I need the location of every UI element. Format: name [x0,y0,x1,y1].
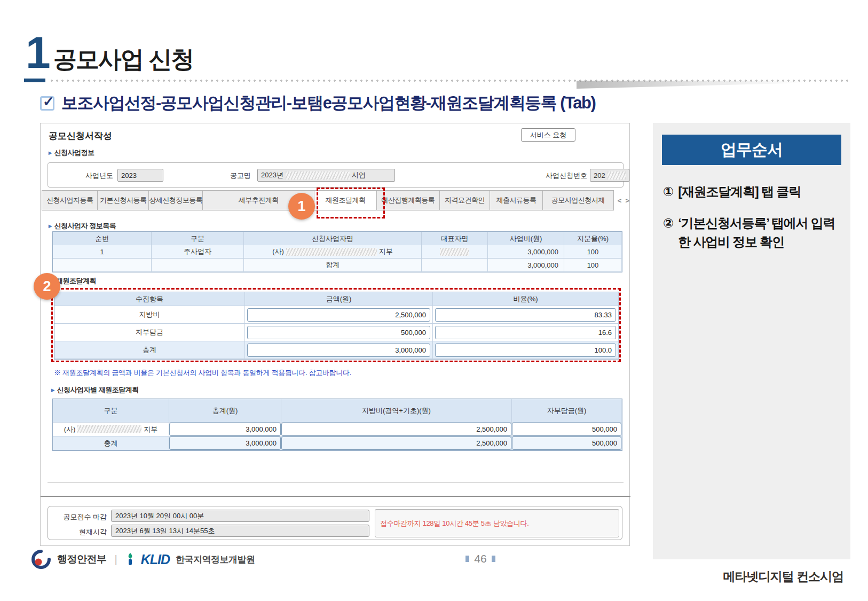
total-amount-input[interactable] [247,344,430,357]
applicant-self-fund-input[interactable] [512,423,621,436]
total-cell [169,423,281,436]
total-ratio-input[interactable] [435,344,616,357]
column-header: 비율(%) [433,292,619,306]
tab-applicant-registration[interactable]: 신청사업자등록 [42,190,98,210]
total-cell [169,436,281,450]
klid-abbr: KLID [141,552,170,567]
deadline-box: 공모접수 마감 현재시각 접수마감까지 128일 10시간 45분 5초 남았습… [48,506,622,540]
service-request-button[interactable]: 서비스 요청 [521,128,575,142]
tab-budget-execution[interactable]: 예산집행계획등록 [377,190,440,210]
self-fund-amount-input[interactable] [247,326,430,339]
tab-application-submit[interactable]: 공모사업신청서제 [543,190,614,210]
breadcrumb: ✓ 보조사업선정-공모사업신청관리-보탬e공모사업현황-재원조달계획등록 (Ta… [40,92,595,114]
page-number-decoration [465,556,469,562]
remaining-time-box: 접수마감까지 128일 10시간 45분 5초 남았습니다. [375,509,619,537]
notice-name-input: 2023년 사업 [257,169,395,182]
local-fund-cell [281,423,512,436]
workflow-step-2: ② ‘기본신청서등록’ 탭에서 입력한 사업비 정보 확인 [663,214,842,252]
grand-self-fund-input[interactable] [512,436,621,450]
ratio-cell [433,306,619,324]
ratio-cell [433,324,619,341]
tab-basic-application[interactable]: 기본신청서등록 [98,190,149,210]
tab-document-submit[interactable]: 제출서류등록 [490,190,543,210]
amount-cell [245,341,433,359]
redacted-text [440,248,469,256]
row-label: 총계 [54,341,245,359]
tab-funding-plan[interactable]: 재원조달계획 [314,190,376,210]
table-cell: 합계 [244,259,422,272]
step-number-icon: ② [663,214,673,252]
table-cell [53,259,152,272]
logo-separator: | [115,553,117,566]
page-number-decoration [492,556,495,562]
breadcrumb-text: 보조사업선정-공모사업신청관리-보탬e공모사업현황-재원조달계획등록 (Tab) [61,92,595,114]
redacted-text [286,171,350,179]
workflow-header: 업무순서 [662,135,841,165]
local-fund-ratio-input[interactable] [435,308,616,322]
section-divider [41,496,630,497]
column-header: 수집항목 [54,292,245,306]
workflow-steps: ① [재원조달계획] 탭 클릭 ② ‘기본신청서등록’ 탭에서 입력한 사업비 … [663,183,842,264]
self-fund-cell [512,436,622,450]
funding-plan-table: 수집항목 금액(원) 비율(%) 지방비 자부담금 총계 [54,292,619,360]
column-header: 금액(원) [245,292,433,306]
table-cell: 100 [564,259,622,272]
column-header: 구분 [53,399,169,423]
representative-cell [422,245,488,259]
table-cell: 3,000,000 [488,245,564,259]
business-year-input [117,169,163,182]
triangle-bullet-icon: ▸ [49,149,52,157]
section-funding-plan: 재원조달계획 [56,276,96,286]
workflow-sidebar: 업무순서 ① [재원조달계획] 탭 클릭 ② ‘기본신청서등록’ 탭에서 입력한… [653,123,850,559]
column-header: 사업비(원) [488,232,564,246]
local-fund-amount-input[interactable] [247,308,430,322]
remaining-time-text: 접수마감까지 128일 10시간 45분 5초 남았습니다. [380,519,529,528]
funding-by-applicant-table: 구분 총계(원) 지방비(광역+기초)(원) 자부담금(원) (사) 지부 총계 [52,399,622,451]
row-label: 자부담금 [54,324,245,341]
tab-qualification-check[interactable]: 자격요건확인 [440,190,491,210]
apply-info-fields: 사업년도 공고명 2023년 사업 사업신청번호 202 [48,162,624,188]
grand-total-input[interactable] [169,436,281,450]
business-year-label: 사업년도 [69,171,113,181]
tab-detail-info[interactable]: 상세신청정보등록 [149,190,203,210]
table-cell: 1 [53,245,152,259]
funding-note: ※ 재원조달계획의 금액과 비율은 기본신청서의 사업비 항목과 동일하게 적용… [54,368,351,378]
deadline-input [111,510,369,522]
step-badge-1: 1 [288,193,315,220]
content-divider [48,482,624,483]
applicant-name-cell: (사) 지부 [53,423,169,436]
applicant-local-fund-input[interactable] [281,423,511,436]
column-header: 대표자명 [422,232,488,246]
column-header: 신청사업자명 [244,232,422,246]
table-cell: 주사업자 [152,245,244,259]
application-no-label: 사업신청번호 [538,171,587,181]
column-header: 지방비(광역+기초)(원) [281,399,512,423]
footer-logos: 행정안전부 | KLID 한국지역정보개발원 [31,549,255,569]
table-cell [422,259,488,272]
decorative-swoosh [577,81,806,89]
tab-scroll-right-icon[interactable]: > [625,197,629,205]
applicant-total-input[interactable] [169,423,281,436]
self-fund-ratio-input[interactable] [435,326,616,339]
redacted-text [607,171,626,179]
checkbox-icon: ✓ [40,96,54,111]
applicant-table: 순번 구분 신청사업자명 대표자명 사업비(원) 지분율(%) 1 주사업자 (… [52,231,622,272]
tab-scroll-left-icon[interactable]: < [618,197,622,205]
grand-local-fund-input[interactable] [281,436,511,450]
notice-name-label: 공고명 [219,171,251,181]
workflow-step-1: ① [재원조달계획] 탭 클릭 [663,183,842,201]
ministry-name: 행정안전부 [57,552,107,566]
step-number-icon: ① [663,183,673,201]
column-header: 총계(원) [169,399,281,423]
application-no-input: 202 [590,169,629,182]
klid-name: 한국지역정보개발원 [176,553,255,566]
column-header: 순번 [53,232,152,246]
row-label: 총계 [53,436,169,450]
triangle-bullet-icon: ▸ [49,222,52,230]
mois-logo-icon [31,549,51,569]
redacted-text [77,425,141,433]
klid-logo-icon [125,552,135,566]
screen-title: 공모신청서작성 [49,130,112,142]
self-fund-cell [512,423,622,436]
amount-cell [245,306,433,324]
